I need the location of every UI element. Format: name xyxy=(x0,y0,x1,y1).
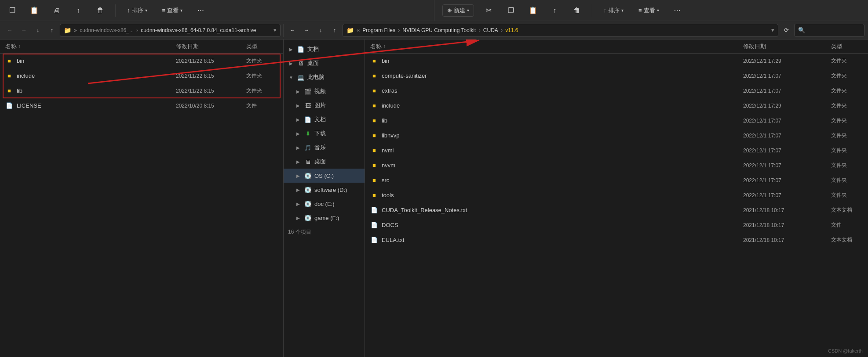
path-folder-icon-right: 📁 xyxy=(346,27,354,34)
col-type-left[interactable]: 类型 xyxy=(243,43,278,50)
folder-icon-include-left: ■ xyxy=(5,72,13,80)
col-date-left[interactable]: 修改日期 xyxy=(172,43,243,50)
sidebar-item-downloads[interactable]: ▶ ⬇ 下载 xyxy=(284,126,365,141)
file-row-nvvm[interactable]: ■ nvvm 2022/12/1 17:07 文件夹 xyxy=(365,158,868,173)
back-btn-left[interactable]: ← xyxy=(4,24,16,36)
right-pane: ▶ 📄 文档 ▶ 🖥 桌面 ▼ 💻 此电脑 ▶ xyxy=(284,40,868,357)
sidebar-item-pictures[interactable]: ▶ 🖼 图片 xyxy=(284,98,365,112)
up-btn-right[interactable]: ↑ xyxy=(328,24,341,36)
file-row-compute-sanitizer[interactable]: ■ compute-sanitizer 2022/12/1 17:07 文件夹 xyxy=(365,69,868,83)
file-row-bin-left[interactable]: ■ bin 2022/11/22 8:15 文件夹 xyxy=(0,54,283,69)
file-row-cuda-release-notes[interactable]: 📄 CUDA_Toolkit_Release_Notes.txt 2021/12… xyxy=(365,203,868,218)
file-row-tools[interactable]: ■ tools 2022/12/1 17:07 文件夹 xyxy=(365,188,868,203)
view-button[interactable]: ≡ 查看 ▾ xyxy=(159,5,186,16)
folder-icon-lib-right: ■ xyxy=(370,117,378,125)
col-name-right[interactable]: 名称 ↑ xyxy=(370,43,740,50)
folder-icon-nvml: ■ xyxy=(370,147,378,155)
folder-icon-include-right: ■ xyxy=(370,102,378,110)
file-row-license-left[interactable]: 📄 LICENSE 2022/10/20 8:15 文件 xyxy=(0,98,283,113)
col-type-right[interactable]: 类型 xyxy=(828,43,863,50)
path-box-left[interactable]: 📁 » cudnn-windows-x86_... › cudnn-window… xyxy=(60,24,281,37)
folder-icon-src: ■ xyxy=(370,177,378,184)
file-name-bin-left: ■ bin xyxy=(5,57,172,65)
file-row-libnvvp[interactable]: ■ libnvvp 2022/12/1 17:07 文件夹 xyxy=(365,128,868,143)
divider1 xyxy=(115,4,116,17)
col-name-left[interactable]: 名称 ↑ xyxy=(5,43,172,50)
file-row-nvml[interactable]: ■ nvml 2022/12/1 17:07 文件夹 xyxy=(365,143,868,158)
toolbar-right: ⊕ 新建 ▾ ✂ ❐ 📋 ↑ 🗑 ↑ 排序 ▾ ≡ 查看 ▾ ··· xyxy=(442,4,863,18)
sidebar-item-music[interactable]: ▶ 🎵 音乐 xyxy=(284,141,365,155)
print-icon[interactable]: 🖨 xyxy=(49,4,63,18)
file-row-docs[interactable]: 📄 DOCS 2021/12/18 10:17 文件 xyxy=(365,218,868,233)
file-row-extras[interactable]: ■ extras 2022/12/1 17:07 文件夹 xyxy=(365,83,868,98)
sidebar-item-this-pc[interactable]: ▼ 💻 此电脑 xyxy=(284,70,365,84)
sort-button[interactable]: ↑ 排序 ▾ xyxy=(124,5,151,16)
chevron-this-pc: ▼ xyxy=(288,74,294,80)
refresh-btn[interactable]: ⟳ xyxy=(780,24,792,36)
sidebar-item-desktop-sub[interactable]: ▶ 🖥 桌面 xyxy=(284,155,365,169)
cut-icon[interactable]: ✂ xyxy=(482,4,496,18)
paste-icon-right[interactable]: 📋 xyxy=(526,4,540,18)
file-row-eula[interactable]: 📄 EULA.txt 2021/12/18 10:17 文本文档 xyxy=(365,233,868,248)
path-dropdown-left[interactable]: ▾ xyxy=(274,27,277,33)
forward-btn-right[interactable]: → xyxy=(300,24,313,36)
right-address-area: ← → ↓ ↑ 📁 « Program Files › NVIDIA GPU C… xyxy=(286,24,864,37)
sidebar-item-os-c[interactable]: ▶ 💽 OS (C:) xyxy=(284,169,365,183)
file-row-include-right[interactable]: ■ include 2022/12/1 17:29 文件夹 xyxy=(365,98,868,113)
share-icon-right[interactable]: ↑ xyxy=(548,4,562,18)
file-name-lib-left: ■ lib xyxy=(5,87,172,95)
more-button-right[interactable]: ··· xyxy=(671,4,684,17)
divider2 xyxy=(592,4,592,17)
sort-icon-left: ↑ xyxy=(18,44,21,49)
sidebar-item-video[interactable]: ▶ 🎬 视频 xyxy=(284,84,365,98)
delete-icon[interactable]: 🗑 xyxy=(93,4,107,18)
forward-btn-left[interactable]: → xyxy=(18,24,30,36)
toolbar: ❐ 📋 🖨 ↑ 🗑 ↑ 排序 ▾ ≡ 查看 ▾ ··· ⊕ 新建 xyxy=(0,0,868,21)
icon-docs-sub: 📄 xyxy=(304,115,312,123)
path-dropdown-right[interactable]: ▾ xyxy=(771,27,774,33)
main-area: 名称 ↑ 修改日期 类型 ■ bin xyxy=(0,40,868,357)
sidebar-item-doc-e[interactable]: ▶ 💽 doc (E:) xyxy=(284,197,365,211)
pane-divider-top xyxy=(434,0,434,21)
toolbar-left: ❐ 📋 🖨 ↑ 🗑 ↑ 排序 ▾ ≡ 查看 ▾ ··· xyxy=(5,4,426,18)
up-btn-left[interactable]: ↑ xyxy=(46,24,58,36)
folder-icon-bin-right: ■ xyxy=(370,57,378,65)
search-icon: 🔍 xyxy=(798,27,805,33)
left-file-list: ■ bin 2022/11/22 8:15 文件夹 ■ include 2022… xyxy=(0,54,283,113)
col-date-right[interactable]: 修改日期 xyxy=(740,43,828,50)
delete-icon-right[interactable]: 🗑 xyxy=(570,4,584,18)
sidebar: ▶ 📄 文档 ▶ 🖥 桌面 ▼ 💻 此电脑 ▶ xyxy=(284,40,365,357)
back-btn-right[interactable]: ← xyxy=(286,24,299,36)
icon-software-d: 💽 xyxy=(304,186,312,194)
file-icon-cuda-release-notes: 📄 xyxy=(370,206,378,214)
sidebar-item-game-f[interactable]: ▶ 💽 game (F:) xyxy=(284,211,365,225)
paste-icon[interactable]: 📋 xyxy=(27,4,41,18)
sidebar-item-desktop-top[interactable]: ▶ 🖥 桌面 xyxy=(284,56,365,70)
icon-docs-top: 📄 xyxy=(297,45,305,53)
file-row-include-left[interactable]: ■ include 2022/11/22 8:15 文件夹 xyxy=(0,69,283,83)
right-file-area: 名称 ↑ 修改日期 类型 ■ bin 2022/1 xyxy=(365,40,868,357)
sidebar-item-software-d[interactable]: ▶ 💽 software (D:) xyxy=(284,183,365,197)
sidebar-item-docs-sub[interactable]: ▶ 📄 文档 xyxy=(284,112,365,126)
file-row-bin-right[interactable]: ■ bin 2022/12/1 17:29 文件夹 xyxy=(365,54,868,69)
sidebar-item-docs-top[interactable]: ▶ 📄 文档 xyxy=(284,42,365,56)
icon-game-f: 💽 xyxy=(304,214,312,222)
expand-btn-right[interactable]: ↓ xyxy=(314,24,327,36)
expand-btn-left[interactable]: ↓ xyxy=(32,24,44,36)
copy-icon-right[interactable]: ❐ xyxy=(504,4,518,18)
path-box-right[interactable]: 📁 « Program Files › NVIDIA GPU Computing… xyxy=(343,24,778,37)
new-button[interactable]: ⊕ 新建 ▾ xyxy=(442,4,474,17)
address-bar: ← → ↓ ↑ 📁 » cudnn-windows-x86_... › cudn… xyxy=(0,21,868,40)
search-box[interactable]: 🔍 xyxy=(794,24,864,37)
copy-icon[interactable]: ❐ xyxy=(5,4,19,18)
sort-button-right[interactable]: ↑ 排序 ▾ xyxy=(600,5,627,16)
watermark: CSDN @fakerth xyxy=(828,348,863,353)
share-icon[interactable]: ↑ xyxy=(71,4,85,18)
chevron-pictures: ▶ xyxy=(295,102,301,108)
more-button-left[interactable]: ··· xyxy=(194,4,208,17)
file-row-src[interactable]: ■ src 2022/12/1 17:07 文件夹 xyxy=(365,173,868,188)
file-row-lib-left[interactable]: ■ lib 2022/11/22 8:15 文件夹 xyxy=(0,83,283,98)
file-row-lib-right[interactable]: ■ lib 2022/12/1 17:07 文件夹 xyxy=(365,113,868,128)
folder-icon-compute-sanitizer: ■ xyxy=(370,72,378,80)
view-button-right[interactable]: ≡ 查看 ▾ xyxy=(635,5,663,16)
